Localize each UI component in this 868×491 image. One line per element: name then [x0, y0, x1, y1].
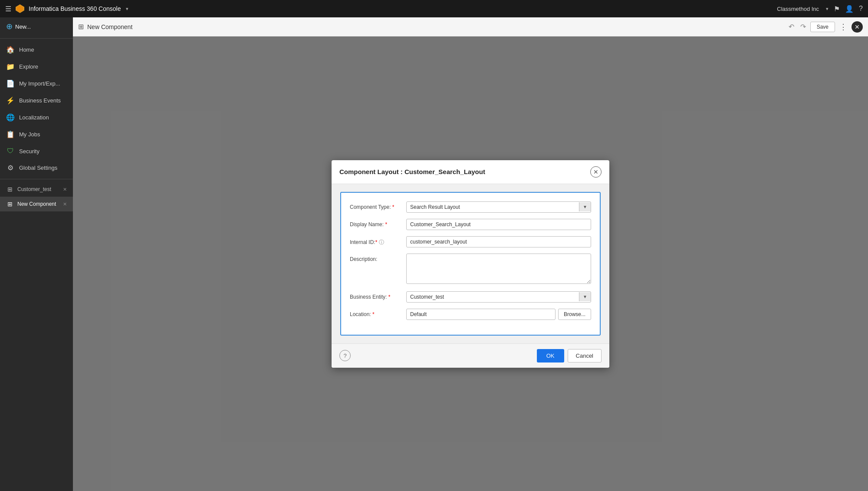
sidebar-tab-label-new-component: New Component [17, 201, 56, 207]
topbar-left: ☰ Informatica Business 360 Console ▾ [5, 3, 128, 14]
page-title: New Component [87, 23, 132, 30]
sidebar-item-label-home: Home [19, 46, 34, 53]
sidebar-item-home[interactable]: 🏠 Home [0, 41, 73, 58]
sidebar: ⊕ New... 🏠 Home 📁 Explore 📄 My Import/Ex… [0, 17, 73, 491]
form-row-description: Description: [350, 254, 591, 285]
import-icon: 📄 [6, 79, 15, 88]
description-textarea[interactable] [406, 254, 591, 284]
component-type-select[interactable]: Search Result Layout ▼ [406, 201, 591, 213]
sidebar-item-business-events[interactable]: ⚡ Business Events [0, 92, 73, 109]
display-name-label: Display Name: * [350, 219, 406, 227]
component-type-value: Search Result Layout [407, 202, 579, 212]
modal-header: Component Layout : Customer_Search_Layou… [332, 160, 609, 184]
sidebar-item-label-localization: Localization [19, 114, 49, 121]
sidebar-tab-customer-test[interactable]: ⊞ Customer_test ✕ [0, 182, 73, 197]
close-x-icon: ✕ [855, 23, 860, 30]
location-row: Browse... [406, 309, 591, 320]
modal-title: Component Layout : Customer_Search_Layou… [339, 168, 485, 175]
description-control [406, 254, 591, 285]
display-name-required: * [385, 221, 387, 227]
topbar: ☰ Informatica Business 360 Console ▾ Cla… [0, 0, 868, 17]
informatica-logo [15, 3, 25, 14]
component-type-control: Search Result Layout ▼ [406, 201, 591, 213]
org-dropdown-chevron[interactable]: ▾ [826, 6, 829, 12]
sidebar-item-label-jobs: My Jobs [19, 131, 40, 138]
header-bar: ⊞ New Component ↶ ↷ Save ⋮ ✕ [73, 17, 868, 36]
internal-id-control [406, 236, 591, 247]
org-name: Classmethod Inc [777, 6, 819, 12]
internal-id-help-icon[interactable]: ⓘ [379, 239, 384, 246]
modal-close-button[interactable]: ✕ [590, 166, 602, 178]
undo-button[interactable]: ↶ [787, 22, 796, 32]
events-icon: ⚡ [6, 96, 15, 105]
close-tab-button[interactable]: ✕ [852, 21, 863, 33]
internal-id-label: Internal ID: * ⓘ [350, 236, 406, 246]
main-layout: ⊕ New... 🏠 Home 📁 Explore 📄 My Import/Ex… [0, 17, 868, 491]
modal-dialog: Component Layout : Customer_Search_Layou… [332, 160, 609, 368]
sidebar-item-global-settings[interactable]: ⚙ Global Settings [0, 159, 73, 176]
new-component-close-icon[interactable]: ✕ [63, 201, 67, 207]
business-entity-label: Business Entity: * [350, 291, 406, 300]
flag-icon[interactable]: ⚑ [834, 5, 840, 13]
topbar-right: Classmethod Inc ▾ ⚑ 👤 ? [777, 5, 863, 13]
redo-button[interactable]: ↷ [799, 22, 808, 32]
header-actions: ↶ ↷ Save ⋮ ✕ [787, 21, 863, 33]
form-row-component-type: Component Type: * Search Result Layout ▼ [350, 201, 591, 213]
sidebar-item-security[interactable]: 🛡 Security [0, 143, 73, 159]
sidebar-item-my-jobs[interactable]: 📋 My Jobs [0, 126, 73, 143]
new-label: New... [15, 23, 31, 30]
location-input[interactable] [406, 309, 556, 320]
description-label: Description: [350, 254, 406, 262]
help-icon[interactable]: ? [859, 5, 863, 13]
business-entity-select[interactable]: Customer_test ▼ [406, 291, 591, 303]
form-row-display-name: Display Name: * [350, 219, 591, 230]
form-row-business-entity: Business Entity: * Customer_test ▼ [350, 291, 591, 303]
business-entity-arrow[interactable]: ▼ [579, 292, 591, 301]
sidebar-divider-bottom [0, 179, 73, 179]
settings-icon: ⚙ [6, 164, 15, 172]
business-entity-value: Customer_test [407, 292, 579, 302]
form-row-location: Location: * Browse... [350, 309, 591, 320]
display-name-input[interactable] [406, 219, 591, 230]
component-type-label: Component Type: * [350, 201, 406, 210]
security-icon: 🛡 [6, 147, 15, 155]
app-title: Informatica Business 360 Console [29, 5, 121, 12]
new-component-icon: ⊞ [6, 201, 14, 208]
location-control: Browse... [406, 309, 591, 320]
footer-help-icon[interactable]: ? [339, 350, 351, 361]
display-name-control [406, 219, 591, 230]
user-icon[interactable]: 👤 [845, 5, 854, 13]
sidebar-item-label-settings: Global Settings [19, 165, 57, 171]
sidebar-divider-top [0, 38, 73, 39]
sidebar-item-label-import: My Import/Exp... [19, 80, 60, 87]
browse-button[interactable]: Browse... [558, 309, 591, 320]
internal-id-required: * [375, 239, 378, 245]
explore-icon: 📁 [6, 63, 15, 71]
sidebar-item-localization[interactable]: 🌐 Localization [0, 109, 73, 126]
sidebar-item-explore[interactable]: 📁 Explore [0, 58, 73, 75]
app-dropdown-chevron[interactable]: ▾ [126, 6, 128, 12]
customer-test-icon: ⊞ [6, 186, 14, 193]
form-row-internal-id: Internal ID: * ⓘ [350, 236, 591, 247]
save-button[interactable]: Save [810, 22, 835, 32]
internal-id-input[interactable] [406, 236, 591, 247]
new-button[interactable]: ⊕ New... [0, 17, 73, 36]
cancel-button[interactable]: Cancel [568, 349, 602, 362]
sidebar-item-label-security: Security [19, 148, 39, 155]
modal-form: Component Type: * Search Result Layout ▼ [340, 192, 601, 336]
business-entity-required: * [388, 294, 391, 300]
content-area: ⊞ New Component ↶ ↷ Save ⋮ ✕ Component L… [73, 17, 868, 491]
header-more-icon[interactable]: ⋮ [838, 21, 849, 33]
modal-body: Component Type: * Search Result Layout ▼ [332, 184, 609, 343]
home-icon: 🏠 [6, 46, 15, 54]
component-type-arrow[interactable]: ▼ [579, 202, 591, 211]
location-required: * [372, 311, 375, 317]
hamburger-icon[interactable]: ☰ [5, 5, 11, 13]
sidebar-item-label-explore: Explore [19, 63, 38, 70]
sidebar-item-my-import[interactable]: 📄 My Import/Exp... [0, 75, 73, 92]
ok-button[interactable]: OK [537, 349, 564, 362]
modal-overlay: Component Layout : Customer_Search_Layou… [73, 36, 868, 491]
modal-footer: ? OK Cancel [332, 343, 609, 368]
sidebar-tab-new-component[interactable]: ⊞ New Component ✕ [0, 197, 73, 211]
customer-test-close-icon[interactable]: ✕ [63, 187, 67, 192]
